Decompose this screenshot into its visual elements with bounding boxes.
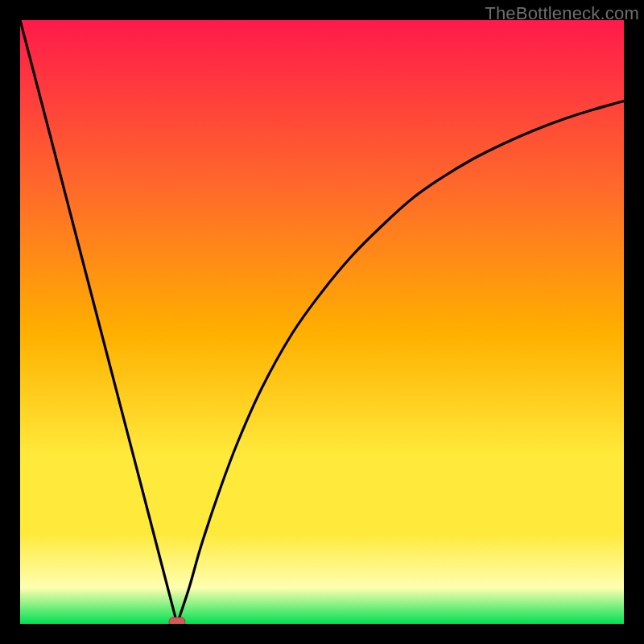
chart-frame: TheBottleneck.com (0, 0, 644, 644)
bottleneck-chart (20, 20, 624, 624)
watermark-text: TheBottleneck.com (485, 3, 639, 24)
optimal-marker (169, 617, 185, 624)
gradient-background (20, 20, 624, 624)
